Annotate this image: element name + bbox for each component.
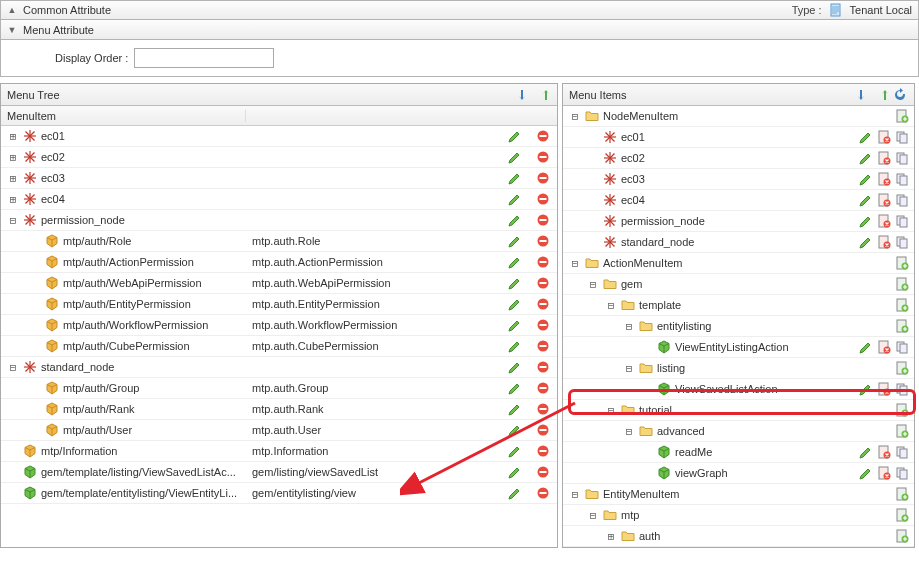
menu-attribute-header[interactable]: ▼ Menu Attribute [0,20,919,40]
edit-icon[interactable] [858,339,874,355]
add-icon[interactable] [894,528,910,544]
copy-icon[interactable] [894,213,910,229]
copy-icon[interactable] [894,150,910,166]
edit-icon[interactable] [507,296,523,312]
sort-down-icon[interactable] [856,87,872,103]
tree-row[interactable]: ⊟NodeMenuItem [563,106,914,127]
tree-row[interactable]: ec04 [563,190,914,211]
expand-toggle[interactable]: ⊟ [623,362,635,375]
tree-row[interactable]: ⊞ec02 [1,147,557,168]
tree-row[interactable]: ⊟permission_node [1,210,557,231]
expand-toggle[interactable]: ⊟ [605,404,617,417]
expand-toggle[interactable]: ⊞ [7,151,19,164]
tree-row[interactable]: ⊞ec01 [1,126,557,147]
expand-toggle[interactable]: ⊟ [569,257,581,270]
expand-toggle[interactable]: ⊟ [623,320,635,333]
sort-down-icon[interactable] [517,87,533,103]
copy-icon[interactable] [894,192,910,208]
edit-icon[interactable] [507,401,523,417]
expand-toggle[interactable]: ⊞ [7,193,19,206]
delx-icon[interactable] [876,234,892,250]
tree-row[interactable]: readMe [563,442,914,463]
delx-icon[interactable] [876,129,892,145]
tree-row[interactable]: mtp/auth/Groupmtp.auth.Group [1,378,557,399]
tree-row[interactable]: ⊟entitylisting [563,316,914,337]
expand-toggle[interactable]: ⊟ [587,509,599,522]
edit-icon[interactable] [507,359,523,375]
del-icon[interactable] [535,191,551,207]
del-icon[interactable] [535,254,551,270]
edit-icon[interactable] [507,149,523,165]
del-icon[interactable] [535,401,551,417]
tree-row[interactable]: ec01 [563,127,914,148]
edit-icon[interactable] [507,338,523,354]
copy-icon[interactable] [894,465,910,481]
copy-icon[interactable] [894,171,910,187]
tree-row[interactable]: ViewEntityListingAction [563,337,914,358]
tree-row[interactable]: gem/template/listing/ViewSavedListAc...g… [1,462,557,483]
edit-icon[interactable] [507,380,523,396]
add-icon[interactable] [894,423,910,439]
tree-row[interactable]: mtp/auth/WebApiPermissionmtp.auth.WebApi… [1,273,557,294]
tree-row[interactable]: ⊟listing [563,358,914,379]
tree-row[interactable]: ⊞ec04 [1,189,557,210]
tree-row[interactable]: standard_node [563,232,914,253]
edit-icon[interactable] [858,381,874,397]
edit-icon[interactable] [507,233,523,249]
expand-toggle[interactable]: ⊟ [569,488,581,501]
tree-row[interactable]: ⊟advanced [563,421,914,442]
add-icon[interactable] [894,297,910,313]
add-icon[interactable] [894,108,910,124]
expand-toggle[interactable]: ⊞ [7,172,19,185]
delx-icon[interactable] [876,171,892,187]
add-icon[interactable] [894,255,910,271]
tree-row[interactable]: mtp/auth/ActionPermissionmtp.auth.Action… [1,252,557,273]
copy-icon[interactable] [894,339,910,355]
edit-icon[interactable] [507,191,523,207]
edit-icon[interactable] [507,212,523,228]
add-icon[interactable] [894,507,910,523]
tree-row[interactable]: ⊟standard_node [1,357,557,378]
del-icon[interactable] [535,422,551,438]
expand-toggle[interactable]: ⊟ [605,299,617,312]
expand-toggle[interactable]: ⊞ [605,530,617,543]
expand-toggle[interactable]: ⊟ [587,278,599,291]
copy-icon[interactable] [894,234,910,250]
tree-row[interactable]: viewGraph [563,463,914,484]
del-icon[interactable] [535,233,551,249]
edit-icon[interactable] [858,171,874,187]
delx-icon[interactable] [876,444,892,460]
tree-row[interactable]: ⊟tutorial [563,400,914,421]
tree-row[interactable]: mtp/auth/Usermtp.auth.User [1,420,557,441]
edit-icon[interactable] [507,317,523,333]
tree-row[interactable]: mtp/auth/CubePermissionmtp.auth.CubePerm… [1,336,557,357]
del-icon[interactable] [535,485,551,501]
del-icon[interactable] [535,443,551,459]
del-icon[interactable] [535,128,551,144]
del-icon[interactable] [535,212,551,228]
edit-icon[interactable] [507,422,523,438]
edit-icon[interactable] [507,170,523,186]
sort-up-icon[interactable] [874,87,890,103]
edit-icon[interactable] [858,213,874,229]
add-icon[interactable] [894,276,910,292]
tree-row[interactable]: ⊞auth [563,526,914,547]
delx-icon[interactable] [876,192,892,208]
edit-icon[interactable] [858,192,874,208]
del-icon[interactable] [535,170,551,186]
tree-row[interactable]: mtp/auth/WorkflowPermissionmtp.auth.Work… [1,315,557,336]
edit-icon[interactable] [507,254,523,270]
tree-row[interactable]: permission_node [563,211,914,232]
common-attribute-header[interactable]: ▲ Common Attribute Type : Tenant Local [0,0,919,20]
delx-icon[interactable] [876,213,892,229]
expand-toggle[interactable]: ⊟ [569,110,581,123]
copy-icon[interactable] [894,444,910,460]
expand-toggle[interactable]: ⊟ [7,361,19,374]
edit-icon[interactable] [858,465,874,481]
edit-icon[interactable] [858,150,874,166]
edit-icon[interactable] [858,444,874,460]
edit-icon[interactable] [507,464,523,480]
tree-row[interactable]: ⊟gem [563,274,914,295]
edit-icon[interactable] [507,485,523,501]
tree-row[interactable]: ⊟EntityMenuItem [563,484,914,505]
